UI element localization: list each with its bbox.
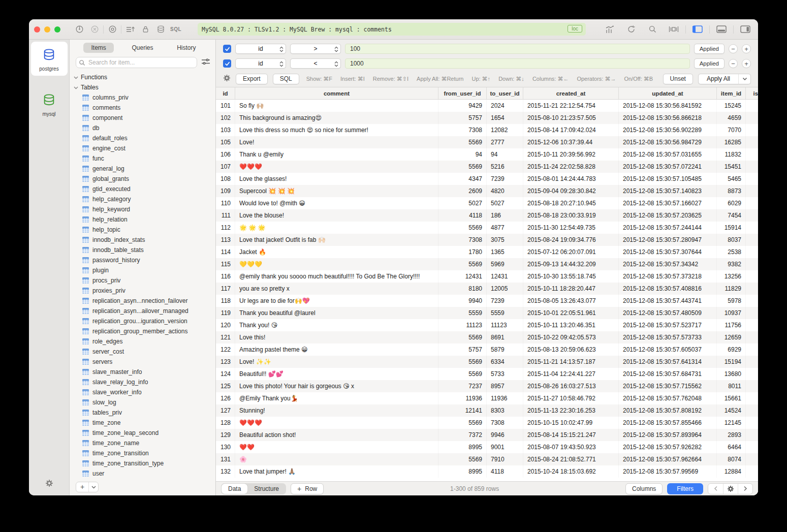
cell-id[interactable]: 101 bbox=[216, 100, 235, 112]
cell-item_id[interactable]: 15194 bbox=[717, 356, 746, 368]
cell-updated_at[interactable]: 2015-12-08 15:30:56.984729 bbox=[619, 136, 717, 148]
cell-updated_at[interactable]: 2015-12-08 15:30:57.307644 bbox=[619, 246, 717, 258]
cell-is_[interactable] bbox=[746, 112, 758, 124]
cell-comment[interactable]: Love that jumper! 🙏🏽 bbox=[235, 465, 438, 478]
cell-id[interactable]: 107 bbox=[216, 161, 235, 173]
sidebar-table-tables_priv[interactable]: tables_priv bbox=[70, 408, 215, 418]
table-row[interactable]: 115💛💛💛556959692015-09-13 14:44:32.209201… bbox=[216, 258, 758, 270]
toggle-left-panel-icon[interactable] bbox=[690, 23, 705, 36]
table-row[interactable]: 108Love the glasses!434772392015-08-01 1… bbox=[216, 173, 758, 185]
cell-is_[interactable] bbox=[746, 404, 758, 417]
cell-created_at[interactable]: 2015-10-11 13:20:46.351 bbox=[523, 319, 619, 331]
cell-updated_at[interactable]: 2015-12-08 15:30:57.031655 bbox=[619, 148, 717, 161]
page-settings-gear-icon[interactable] bbox=[723, 484, 738, 494]
cell-created_at[interactable]: 2015-11-30 12:54:49.735 bbox=[523, 222, 619, 234]
cell-id[interactable]: 121 bbox=[216, 331, 235, 343]
cell-comment[interactable]: you are so pretty x bbox=[235, 283, 438, 295]
connection-icon[interactable] bbox=[72, 23, 87, 36]
cell-item_id[interactable]: 8037 bbox=[717, 234, 746, 246]
cell-item_id[interactable]: 7454 bbox=[717, 209, 746, 222]
cell-updated_at[interactable]: 2015-12-08 15:30:57.605037 bbox=[619, 343, 717, 356]
cell-from_user_id[interactable]: 4118 bbox=[438, 209, 487, 222]
cell-comment[interactable]: Ur legs are to die for🙌💖 bbox=[235, 295, 438, 307]
cell-from_user_id[interactable]: 5569 bbox=[438, 222, 487, 234]
cell-updated_at[interactable]: 2015-12-08 15:30:57.34342 bbox=[619, 258, 717, 270]
sidebar-table-engine_cost[interactable]: engine_cost bbox=[70, 143, 215, 153]
cell-is_[interactable] bbox=[746, 185, 758, 197]
cell-from_user_id[interactable]: 7308 bbox=[438, 234, 487, 246]
sidebar-table-comments[interactable]: comments bbox=[70, 103, 215, 113]
cell-id[interactable]: 122 bbox=[216, 343, 235, 356]
cell-is_[interactable] bbox=[746, 307, 758, 319]
sidebar-table-time_zone[interactable]: time_zone bbox=[70, 418, 215, 428]
cell-from_user_id[interactable]: 5569 bbox=[438, 417, 487, 429]
cell-from_user_id[interactable]: 5757 bbox=[438, 112, 487, 124]
toggle-right-panel-icon[interactable] bbox=[738, 23, 753, 36]
cell-id[interactable]: 110 bbox=[216, 197, 235, 209]
column-header-created_at[interactable]: created_at bbox=[523, 87, 619, 99]
cell-created_at[interactable]: 2015-11-24 22:02:58.828 bbox=[523, 161, 619, 173]
queue-changes-icon[interactable] bbox=[122, 23, 138, 36]
table-row[interactable]: 105Love!556927772015-12-06 10:37:39.4420… bbox=[216, 136, 758, 148]
cell-id[interactable]: 123 bbox=[216, 356, 235, 368]
cell-id[interactable]: 112 bbox=[216, 222, 235, 234]
cell-item_id[interactable]: 11756 bbox=[717, 319, 746, 331]
sql-editor-icon[interactable]: SQL bbox=[168, 23, 183, 36]
cell-from_user_id[interactable]: 5569 bbox=[438, 136, 487, 148]
cell-updated_at[interactable]: 2015-12-08 15:30:57.280947 bbox=[619, 234, 717, 246]
cell-from_user_id[interactable]: 8180 bbox=[438, 283, 487, 295]
cell-comment[interactable]: Thank you beautiful @laurel bbox=[235, 307, 438, 319]
table-row[interactable]: 103Love this dress so much 😍 so nice for… bbox=[216, 124, 758, 136]
connection-postgres[interactable]: postgres bbox=[31, 42, 68, 76]
tab-history[interactable]: History bbox=[165, 43, 208, 53]
table-row[interactable]: 113Love that jacket! Outfit is fab 🙌🏻730… bbox=[216, 234, 758, 246]
cell-is_[interactable] bbox=[746, 136, 758, 148]
filter-column-select[interactable]: id bbox=[235, 44, 286, 54]
cell-is_[interactable] bbox=[746, 441, 758, 453]
sidebar-table-replication_asyn...ailover_managed[interactable]: replication_asyn...ailover_managed bbox=[70, 306, 215, 316]
cell-comment[interactable]: Thank u @emily bbox=[235, 148, 438, 161]
cell-id[interactable]: 120 bbox=[216, 319, 235, 331]
cell-created_at[interactable]: 2015-08-14 17:09:42.024 bbox=[523, 124, 619, 136]
cell-created_at[interactable]: 2015-11-04 12:24:41.227 bbox=[523, 368, 619, 380]
cell-from_user_id[interactable]: 5569 bbox=[438, 258, 487, 270]
add-filter-button[interactable]: + bbox=[742, 59, 751, 68]
cell-updated_at[interactable]: 2015-12-08 15:30:57.641314 bbox=[619, 356, 717, 368]
table-row[interactable]: 116@emily thank you soooo much beautiful… bbox=[216, 270, 758, 283]
cell-created_at[interactable]: 2015-10-11 18:28:20.447 bbox=[523, 283, 619, 295]
cell-comment[interactable]: ❤️❤️❤️ bbox=[235, 161, 438, 173]
cell-from_user_id[interactable]: 11123 bbox=[438, 319, 487, 331]
cell-to_user_id[interactable]: 7308 bbox=[487, 417, 523, 429]
cell-comment[interactable]: 💛💛💛 bbox=[235, 258, 438, 270]
cell-created_at[interactable]: 2015-08-26 16:03:27.513 bbox=[523, 380, 619, 392]
cell-updated_at[interactable]: 2015-12-08 15:30:57.244144 bbox=[619, 222, 717, 234]
cell-item_id[interactable]: 6029 bbox=[717, 197, 746, 209]
cell-item_id[interactable]: 11832 bbox=[717, 148, 746, 161]
sidebar-table-procs_priv[interactable]: procs_priv bbox=[70, 275, 215, 286]
table-row[interactable]: 107❤️❤️❤️556952162015-11-24 22:02:58.828… bbox=[216, 161, 758, 173]
sidebar-table-columns_priv[interactable]: columns_priv bbox=[70, 92, 215, 103]
cell-created_at[interactable]: 2015-10-22 09:42:05.573 bbox=[523, 331, 619, 343]
sidebar-table-help_keyword[interactable]: help_keyword bbox=[70, 204, 215, 214]
cell-updated_at[interactable]: 2015-12-08 15:30:57.072241 bbox=[619, 161, 717, 173]
cell-item_id[interactable]: 2538 bbox=[717, 246, 746, 258]
cell-to_user_id[interactable]: 5027 bbox=[487, 197, 523, 209]
cell-to_user_id[interactable]: 5216 bbox=[487, 161, 523, 173]
cell-to_user_id[interactable]: 12082 bbox=[487, 124, 523, 136]
tab-structure[interactable]: Structure bbox=[247, 484, 286, 494]
sidebar-table-help_topic[interactable]: help_topic bbox=[70, 225, 215, 235]
column-header-id[interactable]: id bbox=[216, 87, 235, 99]
cell-item_id[interactable]: 8873 bbox=[717, 185, 746, 197]
search-input[interactable] bbox=[76, 57, 197, 68]
cell-updated_at[interactable]: 2015-12-08 15:30:57.762048 bbox=[619, 392, 717, 404]
cell-item_id[interactable]: 15661 bbox=[717, 392, 746, 404]
cell-comment[interactable]: Love the glasses! bbox=[235, 173, 438, 185]
cell-item_id[interactable]: 9382 bbox=[717, 258, 746, 270]
next-page-button[interactable] bbox=[738, 484, 752, 494]
cell-id[interactable]: 124 bbox=[216, 368, 235, 380]
cell-to_user_id[interactable]: 94 bbox=[487, 148, 523, 161]
add-row-button[interactable]: + Row bbox=[291, 483, 324, 494]
table-row[interactable]: 102This background is amazing😍5757165420… bbox=[216, 112, 758, 124]
cell-id[interactable]: 125 bbox=[216, 380, 235, 392]
watch-icon[interactable] bbox=[105, 23, 120, 36]
